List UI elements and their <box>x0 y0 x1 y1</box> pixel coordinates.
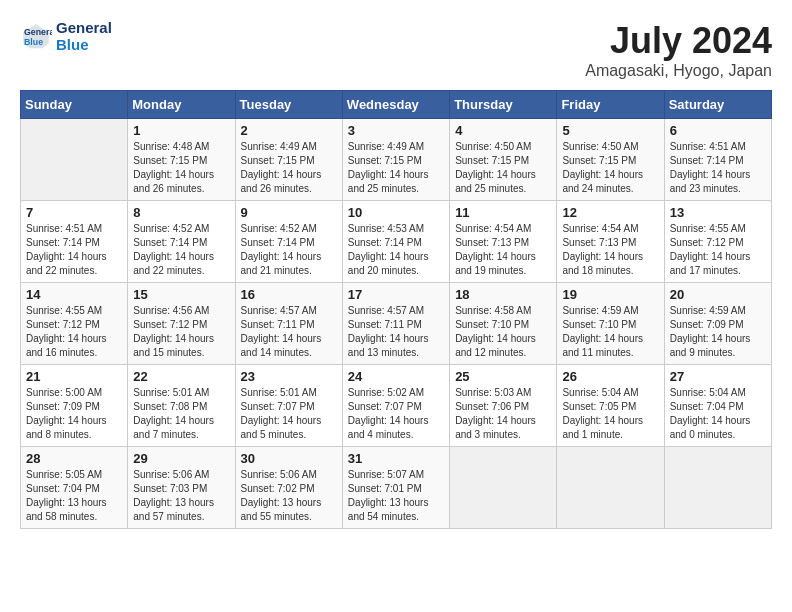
day-number: 11 <box>455 205 551 220</box>
day-info: Sunrise: 4:53 AMSunset: 7:14 PMDaylight:… <box>348 222 444 278</box>
calendar-cell: 20 Sunrise: 4:59 AMSunset: 7:09 PMDaylig… <box>664 283 771 365</box>
month-title: July 2024 <box>585 20 772 62</box>
calendar-cell: 13 Sunrise: 4:55 AMSunset: 7:12 PMDaylig… <box>664 201 771 283</box>
calendar-cell: 9 Sunrise: 4:52 AMSunset: 7:14 PMDayligh… <box>235 201 342 283</box>
day-number: 28 <box>26 451 122 466</box>
day-number: 22 <box>133 369 229 384</box>
day-info: Sunrise: 5:04 AMSunset: 7:04 PMDaylight:… <box>670 386 766 442</box>
day-info: Sunrise: 5:01 AMSunset: 7:08 PMDaylight:… <box>133 386 229 442</box>
day-info: Sunrise: 4:48 AMSunset: 7:15 PMDaylight:… <box>133 140 229 196</box>
day-number: 17 <box>348 287 444 302</box>
day-info: Sunrise: 4:55 AMSunset: 7:12 PMDaylight:… <box>670 222 766 278</box>
calendar-cell: 24 Sunrise: 5:02 AMSunset: 7:07 PMDaylig… <box>342 365 449 447</box>
logo: General Blue General Blue <box>20 20 112 53</box>
calendar-cell: 4 Sunrise: 4:50 AMSunset: 7:15 PMDayligh… <box>450 119 557 201</box>
logo-line1: General <box>56 20 112 37</box>
calendar-cell: 6 Sunrise: 4:51 AMSunset: 7:14 PMDayligh… <box>664 119 771 201</box>
calendar-cell: 11 Sunrise: 4:54 AMSunset: 7:13 PMDaylig… <box>450 201 557 283</box>
day-number: 9 <box>241 205 337 220</box>
day-number: 16 <box>241 287 337 302</box>
calendar-cell: 12 Sunrise: 4:54 AMSunset: 7:13 PMDaylig… <box>557 201 664 283</box>
day-number: 4 <box>455 123 551 138</box>
location: Amagasaki, Hyogo, Japan <box>585 62 772 80</box>
calendar-cell <box>557 447 664 529</box>
day-number: 14 <box>26 287 122 302</box>
calendar-cell: 3 Sunrise: 4:49 AMSunset: 7:15 PMDayligh… <box>342 119 449 201</box>
day-number: 19 <box>562 287 658 302</box>
calendar-cell: 28 Sunrise: 5:05 AMSunset: 7:04 PMDaylig… <box>21 447 128 529</box>
day-number: 26 <box>562 369 658 384</box>
col-header-thursday: Thursday <box>450 91 557 119</box>
calendar-cell: 5 Sunrise: 4:50 AMSunset: 7:15 PMDayligh… <box>557 119 664 201</box>
day-number: 24 <box>348 369 444 384</box>
calendar-cell: 2 Sunrise: 4:49 AMSunset: 7:15 PMDayligh… <box>235 119 342 201</box>
day-info: Sunrise: 4:50 AMSunset: 7:15 PMDaylight:… <box>455 140 551 196</box>
calendar-cell: 18 Sunrise: 4:58 AMSunset: 7:10 PMDaylig… <box>450 283 557 365</box>
calendar-cell: 29 Sunrise: 5:06 AMSunset: 7:03 PMDaylig… <box>128 447 235 529</box>
col-header-tuesday: Tuesday <box>235 91 342 119</box>
calendar-cell: 1 Sunrise: 4:48 AMSunset: 7:15 PMDayligh… <box>128 119 235 201</box>
day-info: Sunrise: 4:56 AMSunset: 7:12 PMDaylight:… <box>133 304 229 360</box>
svg-text:Blue: Blue <box>24 37 43 47</box>
day-info: Sunrise: 4:50 AMSunset: 7:15 PMDaylight:… <box>562 140 658 196</box>
day-info: Sunrise: 4:51 AMSunset: 7:14 PMDaylight:… <box>26 222 122 278</box>
day-number: 13 <box>670 205 766 220</box>
day-number: 1 <box>133 123 229 138</box>
logo-line2: Blue <box>56 37 112 54</box>
day-number: 6 <box>670 123 766 138</box>
calendar-cell: 10 Sunrise: 4:53 AMSunset: 7:14 PMDaylig… <box>342 201 449 283</box>
calendar-cell: 15 Sunrise: 4:56 AMSunset: 7:12 PMDaylig… <box>128 283 235 365</box>
day-info: Sunrise: 5:00 AMSunset: 7:09 PMDaylight:… <box>26 386 122 442</box>
day-number: 2 <box>241 123 337 138</box>
calendar-cell <box>21 119 128 201</box>
day-number: 15 <box>133 287 229 302</box>
day-info: Sunrise: 4:49 AMSunset: 7:15 PMDaylight:… <box>348 140 444 196</box>
col-header-friday: Friday <box>557 91 664 119</box>
day-info: Sunrise: 5:04 AMSunset: 7:05 PMDaylight:… <box>562 386 658 442</box>
day-number: 21 <box>26 369 122 384</box>
day-number: 12 <box>562 205 658 220</box>
day-info: Sunrise: 5:06 AMSunset: 7:03 PMDaylight:… <box>133 468 229 524</box>
day-number: 23 <box>241 369 337 384</box>
page-header: General Blue General Blue July 2024 Amag… <box>20 20 772 80</box>
calendar-cell: 19 Sunrise: 4:59 AMSunset: 7:10 PMDaylig… <box>557 283 664 365</box>
day-info: Sunrise: 4:51 AMSunset: 7:14 PMDaylight:… <box>670 140 766 196</box>
title-block: July 2024 Amagasaki, Hyogo, Japan <box>585 20 772 80</box>
calendar-cell: 27 Sunrise: 5:04 AMSunset: 7:04 PMDaylig… <box>664 365 771 447</box>
calendar-cell <box>450 447 557 529</box>
calendar-cell: 31 Sunrise: 5:07 AMSunset: 7:01 PMDaylig… <box>342 447 449 529</box>
day-number: 30 <box>241 451 337 466</box>
day-info: Sunrise: 4:58 AMSunset: 7:10 PMDaylight:… <box>455 304 551 360</box>
day-number: 20 <box>670 287 766 302</box>
calendar-cell: 17 Sunrise: 4:57 AMSunset: 7:11 PMDaylig… <box>342 283 449 365</box>
day-number: 18 <box>455 287 551 302</box>
day-info: Sunrise: 4:57 AMSunset: 7:11 PMDaylight:… <box>241 304 337 360</box>
calendar-cell: 8 Sunrise: 4:52 AMSunset: 7:14 PMDayligh… <box>128 201 235 283</box>
calendar-cell: 23 Sunrise: 5:01 AMSunset: 7:07 PMDaylig… <box>235 365 342 447</box>
day-info: Sunrise: 4:55 AMSunset: 7:12 PMDaylight:… <box>26 304 122 360</box>
calendar-cell <box>664 447 771 529</box>
calendar-table: SundayMondayTuesdayWednesdayThursdayFrid… <box>20 90 772 529</box>
day-info: Sunrise: 5:05 AMSunset: 7:04 PMDaylight:… <box>26 468 122 524</box>
day-number: 7 <box>26 205 122 220</box>
calendar-cell: 22 Sunrise: 5:01 AMSunset: 7:08 PMDaylig… <box>128 365 235 447</box>
day-number: 10 <box>348 205 444 220</box>
day-info: Sunrise: 4:49 AMSunset: 7:15 PMDaylight:… <box>241 140 337 196</box>
day-info: Sunrise: 5:02 AMSunset: 7:07 PMDaylight:… <box>348 386 444 442</box>
calendar-cell: 25 Sunrise: 5:03 AMSunset: 7:06 PMDaylig… <box>450 365 557 447</box>
day-info: Sunrise: 5:03 AMSunset: 7:06 PMDaylight:… <box>455 386 551 442</box>
day-number: 8 <box>133 205 229 220</box>
day-info: Sunrise: 5:07 AMSunset: 7:01 PMDaylight:… <box>348 468 444 524</box>
day-info: Sunrise: 4:54 AMSunset: 7:13 PMDaylight:… <box>455 222 551 278</box>
day-info: Sunrise: 4:59 AMSunset: 7:10 PMDaylight:… <box>562 304 658 360</box>
day-info: Sunrise: 4:52 AMSunset: 7:14 PMDaylight:… <box>133 222 229 278</box>
calendar-cell: 16 Sunrise: 4:57 AMSunset: 7:11 PMDaylig… <box>235 283 342 365</box>
day-number: 29 <box>133 451 229 466</box>
day-number: 31 <box>348 451 444 466</box>
calendar-cell: 30 Sunrise: 5:06 AMSunset: 7:02 PMDaylig… <box>235 447 342 529</box>
day-number: 3 <box>348 123 444 138</box>
day-info: Sunrise: 4:54 AMSunset: 7:13 PMDaylight:… <box>562 222 658 278</box>
col-header-saturday: Saturday <box>664 91 771 119</box>
col-header-wednesday: Wednesday <box>342 91 449 119</box>
col-header-sunday: Sunday <box>21 91 128 119</box>
